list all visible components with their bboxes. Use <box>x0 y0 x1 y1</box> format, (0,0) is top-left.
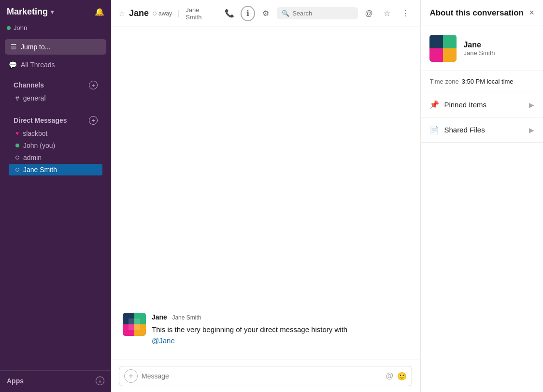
svg-marker-5 <box>129 319 140 330</box>
chat-body: Jane Jane Smith This is the very beginni… <box>111 27 420 360</box>
message-text: This is the very beginning of your direc… <box>152 324 347 346</box>
channel-name: general <box>23 94 46 102</box>
info-icon[interactable]: ℹ <box>241 6 255 21</box>
message-username: Jane Smith <box>172 314 201 321</box>
apps-label: Apps <box>7 377 24 385</box>
pinned-items-left: 📌 Pinned Items <box>429 100 486 109</box>
emoji-icon[interactable]: 🙂 <box>397 372 407 381</box>
add-app-button[interactable]: + <box>96 377 104 385</box>
channels-header: Channels + <box>7 79 104 91</box>
away-badge: away <box>153 10 172 17</box>
message-group: Jane Jane Smith This is the very beginni… <box>123 313 408 346</box>
jump-label: Jump to... <box>21 43 50 51</box>
right-panel-title: About this conversation <box>429 8 524 18</box>
phone-icon[interactable]: 📞 <box>222 6 237 21</box>
user-name-label: John <box>14 24 27 31</box>
input-add-button[interactable]: + <box>124 369 138 383</box>
right-username: Jane <box>463 41 495 49</box>
tz-time: 3:50 PM local time <box>462 78 514 85</box>
search-input[interactable] <box>292 10 353 17</box>
right-panel: About this conversation × Jane Jane Smit… <box>420 0 543 392</box>
admin-status-dot <box>15 156 19 160</box>
sidebar-item-john[interactable]: John (you) <box>9 140 102 151</box>
svg-marker-7 <box>429 35 443 48</box>
chat-header: ☆ Jane away | Jane Smith 📞 ℹ ⚙ 🔍 @ ☆ ⋮ <box>111 0 420 27</box>
john-label: John (you) <box>23 142 55 149</box>
mention-link[interactable]: @Jane <box>152 336 175 345</box>
all-threads-label: All Threads <box>21 61 55 69</box>
jane-label: Jane Smith <box>23 166 57 174</box>
sidebar-item-slackbot[interactable]: ♥ slackbot <box>9 128 102 139</box>
header-username: Jane Smith <box>186 6 214 21</box>
right-fullname: Jane Smith <box>463 49 495 57</box>
star-icon[interactable]: ☆ <box>119 10 125 17</box>
sidebar-header: Marketing ▾ 🔔 <box>0 0 111 22</box>
more-icon[interactable]: ⋮ <box>398 6 413 21</box>
sidebar-item-admin[interactable]: admin <box>9 152 102 163</box>
pinned-items-label: Pinned Items <box>444 101 486 109</box>
away-label: away <box>158 10 172 17</box>
files-icon: 📄 <box>429 125 439 134</box>
sidebar-bottom: Apps + <box>0 370 111 392</box>
add-channel-button[interactable]: + <box>89 81 98 89</box>
shared-files-label: Shared Files <box>444 126 485 134</box>
dm-header: Direct Messages + <box>7 114 104 127</box>
hash-icon: # <box>15 94 19 102</box>
settings-icon[interactable]: ⚙ <box>259 6 273 21</box>
pinned-chevron-icon: ▶ <box>529 101 534 109</box>
svg-marker-9 <box>429 48 443 62</box>
main-chat-area: ☆ Jane away | Jane Smith 📞 ℹ ⚙ 🔍 @ ☆ ⋮ <box>111 0 420 392</box>
pin-icon: 📌 <box>429 100 439 109</box>
at-icon[interactable]: @ <box>362 6 376 21</box>
user-status-dot <box>7 26 11 30</box>
right-panel-close-button[interactable]: × <box>529 8 534 18</box>
threads-icon: 💬 <box>9 61 17 69</box>
john-status-dot <box>15 144 19 147</box>
sidebar-item-all-threads[interactable]: 💬 All Threads <box>2 59 109 71</box>
shared-files-row[interactable]: 📄 Shared Files ▶ <box>421 117 543 143</box>
right-panel-header: About this conversation × <box>421 0 543 26</box>
shared-files-left: 📄 Shared Files <box>429 125 485 134</box>
workspace-name[interactable]: Marketing ▾ <box>7 7 54 17</box>
bell-icon[interactable]: 🔔 <box>95 7 104 16</box>
admin-label: admin <box>23 154 42 161</box>
workspace-label: Marketing <box>7 7 48 17</box>
jump-icon: ☰ <box>11 43 17 51</box>
sidebar-item-jane[interactable]: Jane Smith <box>9 164 102 175</box>
message-input[interactable] <box>142 372 382 380</box>
at-message-icon[interactable]: @ <box>386 372 393 380</box>
chat-input-area: + @ 🙂 <box>111 360 420 392</box>
timezone-section: Time zone 3:50 PM local time <box>421 71 543 92</box>
pinned-items-row[interactable]: 📌 Pinned Items ▶ <box>421 92 543 117</box>
search-icon: 🔍 <box>282 10 289 17</box>
star-filled-icon[interactable]: ☆ <box>380 6 394 21</box>
sidebar-item-general[interactable]: # general <box>9 92 102 104</box>
shared-chevron-icon: ▶ <box>529 126 534 134</box>
dm-section: Direct Messages + ♥ slackbot John (you) … <box>0 106 111 178</box>
message-avatar <box>123 313 146 336</box>
jump-to-button[interactable]: ☰ Jump to... <box>5 39 106 55</box>
add-dm-button[interactable]: + <box>89 116 98 125</box>
header-search-box[interactable]: 🔍 <box>277 7 358 19</box>
message-author: Jane <box>152 313 167 321</box>
away-dot-icon <box>153 12 157 15</box>
message-text-before: This is the very beginning of your direc… <box>152 325 347 334</box>
sidebar: Marketing ▾ 🔔 John ☰ Jump to... 💬 All Th… <box>0 0 111 392</box>
apps-header: Apps + <box>0 375 111 387</box>
workspace-chevron-icon: ▾ <box>51 9 54 15</box>
chat-input-box: + @ 🙂 <box>119 366 412 386</box>
right-user-info: Jane Jane Smith <box>463 41 495 57</box>
channels-label: Channels <box>14 81 44 89</box>
user-status-row: John <box>0 22 111 35</box>
channels-section: Channels + # general <box>0 71 111 106</box>
chat-title: Jane <box>129 8 149 18</box>
svg-marker-8 <box>443 35 457 48</box>
jane-status-dot <box>15 168 19 172</box>
slackbot-label: slackbot <box>23 130 47 137</box>
right-avatar <box>429 35 457 62</box>
slackbot-heart-icon: ♥ <box>15 130 19 137</box>
svg-marker-10 <box>443 48 457 62</box>
tz-label: Time zone <box>429 78 458 85</box>
message-content: Jane Jane Smith This is the very beginni… <box>152 313 347 346</box>
dm-label: Direct Messages <box>14 116 67 124</box>
